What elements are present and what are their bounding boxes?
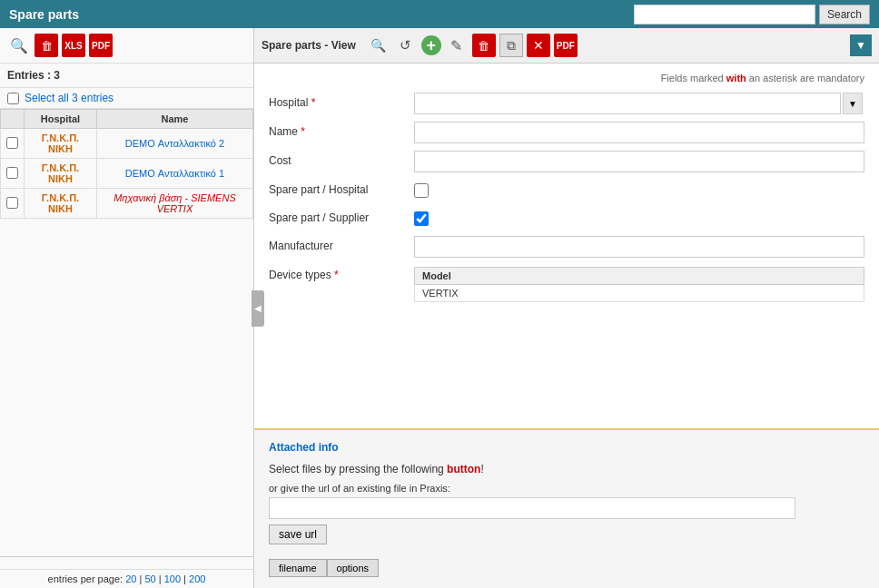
rt-copy-icon[interactable]: ⧉ [499, 34, 523, 57]
rt-pdf-icon[interactable]: PDF [554, 34, 578, 57]
main-layout: 🔍 🗑 XLS PDF Entries : 3 Select all 3 ent… [0, 28, 879, 588]
hospital-field[interactable]: Γ.Ν.Κ.Π. ΝΙΚΗ [414, 93, 841, 114]
search-button[interactable]: Search [819, 5, 870, 24]
device-types-required: * [334, 269, 339, 281]
row-checkbox-cell [1, 159, 25, 189]
rt-xedit-icon[interactable]: ✕ [527, 34, 550, 57]
spare-supplier-row: Spare part / Supplier [269, 208, 864, 229]
select-all-checkbox[interactable] [7, 93, 19, 104]
row-checkbox-1[interactable] [6, 167, 18, 179]
horizontal-scrollbar[interactable] [0, 556, 253, 569]
left-toolbar: 🔍 🗑 XLS PDF [0, 28, 253, 64]
files-header: filename options [269, 559, 864, 577]
hospital-label: Hospital * [269, 93, 414, 109]
device-types-control: Model VERTIX [414, 265, 864, 302]
pagination-50[interactable]: 50 [144, 573, 155, 584]
rt-add-icon[interactable]: + [421, 35, 441, 55]
manufacturer-row: Manufacturer [269, 236, 864, 258]
row-hospital-1: Γ.Ν.Κ.Π. ΝΙΚΗ [25, 159, 97, 189]
header-search-area: Search [634, 5, 870, 24]
url-input[interactable] [269, 497, 795, 519]
collapse-panel-button[interactable]: ◀ [252, 290, 264, 327]
spare-hospital-checkbox[interactable] [414, 183, 429, 198]
list-table: Hospital Name Γ.Ν.Κ.Π. ΝΙΚΗ DEMO Ανταλλα… [0, 109, 253, 219]
left-panel: 🔍 🗑 XLS PDF Entries : 3 Select all 3 ent… [0, 28, 254, 588]
save-url-button[interactable]: save url [269, 524, 327, 544]
pagination-100[interactable]: 100 [164, 573, 181, 584]
row-checkbox-cell [1, 189, 25, 219]
device-model-header: Model [415, 268, 864, 285]
header: Spare parts Search [0, 0, 879, 28]
col-name: Name [96, 110, 252, 129]
hospital-control: Γ.Ν.Κ.Π. ΝΙΚΗ ▼ [414, 93, 864, 114]
device-model-cell-0: VERTIX [415, 285, 864, 302]
url-label: or give the url of an existing file in P… [269, 483, 864, 494]
cost-label: Cost [269, 151, 414, 167]
app-title: Spare parts [9, 7, 79, 22]
name-required: * [301, 125, 305, 138]
right-panel-title: Spare parts - View [262, 39, 356, 52]
col-checkbox [1, 110, 25, 129]
hospital-dropdown-arrow[interactable]: ▼ [843, 93, 863, 114]
rt-search-icon[interactable]: 🔍 [367, 34, 390, 57]
name-control: Μηχανική βάση - SIEMENS VERTIX [414, 122, 864, 143]
entries-info: Entries : 3 [0, 64, 253, 88]
right-toolbar: Spare parts - View 🔍 ↺ + ✎ 🗑 ⧉ ✕ PDF ▼ [254, 28, 879, 64]
search-icon[interactable]: 🔍 [7, 34, 31, 57]
pagination-20[interactable]: 20 [125, 573, 136, 584]
delete-icon[interactable]: 🗑 [35, 34, 58, 57]
filename-header-button[interactable]: filename [269, 559, 327, 577]
pagination-200[interactable]: 200 [189, 573, 205, 584]
spare-hospital-label: Spare part / Hospital [269, 180, 414, 196]
spare-supplier-checkbox[interactable] [414, 211, 429, 226]
manufacturer-label: Manufacturer [269, 236, 414, 252]
select-all-row: Select all 3 entries [0, 88, 253, 109]
cost-field[interactable]: 1780.00 [414, 151, 864, 172]
attached-select-text: Select files by pressing the following b… [269, 463, 864, 475]
cost-row: Cost 1780.00 [269, 151, 864, 172]
right-panel: Spare parts - View 🔍 ↺ + ✎ 🗑 ⧉ ✕ PDF ▼ F… [254, 28, 879, 588]
row-name-0[interactable]: DEMO Ανταλλακτικό 2 [96, 129, 252, 159]
spare-supplier-control [414, 208, 864, 229]
mandatory-note: Fields marked with an asterisk are manda… [269, 73, 864, 83]
list-item[interactable]: Γ.Ν.Κ.Π. ΝΙΚΗ Μηχανική βάση - SIEMENS VE… [1, 189, 253, 219]
row-checkbox-cell [1, 129, 25, 159]
dropdown-button[interactable]: ▼ [850, 34, 872, 56]
list-item[interactable]: Γ.Ν.Κ.Π. ΝΙΚΗ DEMO Ανταλλακτικό 1 [1, 159, 253, 189]
list-container: Hospital Name Γ.Ν.Κ.Π. ΝΙΚΗ DEMO Ανταλλα… [0, 109, 253, 556]
hospital-required: * [311, 96, 316, 109]
spare-hospital-row: Spare part / Hospital [269, 180, 864, 201]
options-header-button[interactable]: options [327, 559, 379, 577]
row-name-2[interactable]: Μηχανική βάση - SIEMENS VERTIX [96, 189, 252, 219]
right-content: Fields marked with an asterisk are manda… [254, 64, 879, 428]
row-checkbox-2[interactable] [6, 197, 18, 209]
rt-refresh-icon[interactable]: ↺ [394, 34, 418, 57]
search-input[interactable] [634, 5, 815, 24]
cost-control: 1780.00 [414, 151, 864, 172]
hospital-row: Hospital * Γ.Ν.Κ.Π. ΝΙΚΗ ▼ [269, 93, 864, 114]
row-hospital-2: Γ.Ν.Κ.Π. ΝΙΚΗ [25, 189, 97, 219]
rt-edit-icon[interactable]: ✎ [445, 34, 469, 57]
device-types-row: Device types * Model VERTIX [269, 265, 864, 302]
select-all-label[interactable]: Select all 3 entries [25, 92, 114, 104]
row-hospital-0: Γ.Ν.Κ.Π. ΝΙΚΗ [25, 129, 97, 159]
device-types-table: Model VERTIX [414, 267, 864, 302]
row-checkbox-0[interactable] [6, 137, 18, 149]
pdf-export-icon[interactable]: PDF [89, 34, 113, 57]
name-row: Name * Μηχανική βάση - SIEMENS VERTIX [269, 122, 864, 143]
manufacturer-field[interactable] [414, 236, 864, 258]
col-hospital: Hospital [25, 110, 97, 129]
manufacturer-control [414, 236, 864, 258]
list-item[interactable]: Γ.Ν.Κ.Π. ΝΙΚΗ DEMO Ανταλλακτικό 2 [1, 129, 253, 159]
spare-supplier-label: Spare part / Supplier [269, 208, 414, 224]
pagination-label: entries per page: [48, 573, 123, 584]
name-label: Name * [269, 122, 414, 138]
spare-hospital-control [414, 180, 864, 201]
row-name-1[interactable]: DEMO Ανταλλακτικό 1 [96, 159, 252, 189]
xls-export-icon[interactable]: XLS [62, 34, 85, 57]
pagination-row: entries per page: 20 | 50 | 100 | 200 [0, 569, 253, 588]
attached-section: Attached info Select files by pressing t… [254, 428, 879, 588]
name-field[interactable]: Μηχανική βάση - SIEMENS VERTIX [414, 122, 864, 143]
rt-delete-icon[interactable]: 🗑 [472, 34, 496, 57]
device-type-row: VERTIX [415, 285, 864, 302]
